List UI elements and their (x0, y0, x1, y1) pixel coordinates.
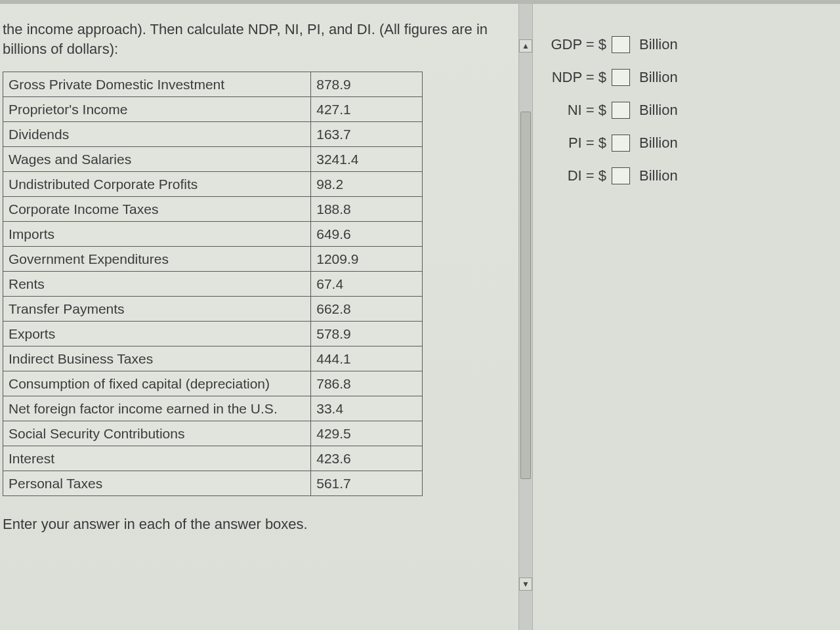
table-row: Gross Private Domestic Investment878.9 (3, 72, 423, 97)
row-value: 423.6 (311, 446, 423, 471)
row-label: Net foreign factor income earned in the … (3, 396, 311, 421)
answer-unit: Billion (639, 69, 678, 86)
ndp-input[interactable] (612, 69, 630, 86)
row-label: Exports (3, 322, 311, 346)
footer-note: Enter your answer in each of the answer … (3, 496, 512, 533)
row-label: Wages and Salaries (3, 147, 311, 172)
scroll-thumb[interactable] (520, 112, 531, 479)
di-input[interactable] (612, 167, 630, 184)
ni-input[interactable] (612, 102, 630, 119)
answer-row-ni: NI = $ Billion (547, 102, 840, 119)
answer-row-di: DI = $ Billion (547, 167, 840, 184)
row-value: 649.6 (311, 222, 423, 247)
row-label: Consumption of fixed capital (depreciati… (3, 371, 311, 396)
row-value: 188.8 (311, 197, 423, 222)
answer-row-ndp: NDP = $ Billion (547, 69, 840, 86)
row-value: 163.7 (311, 122, 423, 147)
table-row: Interest423.6 (3, 446, 423, 471)
answer-label: NDP = $ (547, 69, 606, 86)
table-row: Indirect Business Taxes444.1 (3, 346, 423, 371)
row-label: Social Security Contributions (3, 421, 311, 446)
row-label: Transfer Payments (3, 297, 311, 322)
table-row: Consumption of fixed capital (depreciati… (3, 371, 423, 396)
row-value: 786.8 (311, 371, 423, 396)
row-label: Interest (3, 446, 311, 471)
answer-pane: GDP = $ Billion NDP = $ Billion NI = $ B… (533, 0, 840, 630)
answer-label: NI = $ (547, 102, 606, 119)
row-label: Undistributed Corporate Profits (3, 172, 311, 197)
scroll-up-button[interactable]: ▲ (519, 39, 532, 52)
answer-unit: Billion (639, 167, 678, 184)
row-label: Rents (3, 272, 311, 297)
row-label: Government Expenditures (3, 247, 311, 272)
row-value: 33.4 (311, 396, 423, 421)
row-label: Indirect Business Taxes (3, 346, 311, 371)
answer-label: PI = $ (547, 135, 606, 152)
answer-label: GDP = $ (547, 36, 606, 53)
table-row: Transfer Payments662.8 (3, 297, 423, 322)
row-value: 662.8 (311, 297, 423, 322)
table-row: Exports578.9 (3, 322, 423, 346)
answer-unit: Billion (639, 102, 678, 119)
table-row: Imports649.6 (3, 222, 423, 247)
row-value: 67.4 (311, 272, 423, 297)
row-label: Proprietor's Income (3, 97, 311, 122)
pi-input[interactable] (612, 135, 630, 152)
answer-unit: Billion (639, 135, 678, 152)
row-value: 444.1 (311, 346, 423, 371)
gdp-input[interactable] (612, 36, 630, 53)
row-value: 429.5 (311, 421, 423, 446)
row-label: Corporate Income Taxes (3, 197, 311, 222)
row-value: 427.1 (311, 97, 423, 122)
table-row: Corporate Income Taxes188.8 (3, 197, 423, 222)
row-label: Dividends (3, 122, 311, 147)
chevron-up-icon: ▲ (522, 41, 530, 51)
table-row: Wages and Salaries3241.4 (3, 147, 423, 172)
row-label: Personal Taxes (3, 471, 311, 496)
answer-row-gdp: GDP = $ Billion (547, 36, 840, 53)
row-value: 578.9 (311, 322, 423, 346)
question-pane: the income approach). Then calculate NDP… (0, 0, 518, 630)
answer-unit: Billion (639, 36, 678, 53)
prompt-text: the income approach). Then calculate NDP… (3, 0, 512, 72)
row-value: 561.7 (311, 471, 423, 496)
row-value: 98.2 (311, 172, 423, 197)
row-value: 1209.9 (311, 247, 423, 272)
table-row: Proprietor's Income427.1 (3, 97, 423, 122)
table-row: Rents67.4 (3, 272, 423, 297)
table-row: Undistributed Corporate Profits98.2 (3, 172, 423, 197)
scrollbar[interactable]: ▲ ▼ (518, 0, 533, 630)
row-label: Gross Private Domestic Investment (3, 72, 311, 97)
row-value: 878.9 (311, 72, 423, 97)
row-label: Imports (3, 222, 311, 247)
row-value: 3241.4 (311, 147, 423, 172)
chevron-down-icon: ▼ (522, 579, 530, 589)
data-table: Gross Private Domestic Investment878.9 P… (3, 72, 423, 496)
scroll-down-button[interactable]: ▼ (519, 578, 532, 591)
table-row: Net foreign factor income earned in the … (3, 396, 423, 421)
answer-label: DI = $ (547, 167, 606, 184)
table-row: Government Expenditures1209.9 (3, 247, 423, 272)
answer-row-pi: PI = $ Billion (547, 135, 840, 152)
table-row: Personal Taxes561.7 (3, 471, 423, 496)
table-row: Social Security Contributions429.5 (3, 421, 423, 446)
table-row: Dividends163.7 (3, 122, 423, 147)
